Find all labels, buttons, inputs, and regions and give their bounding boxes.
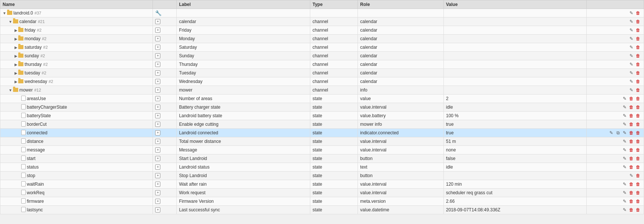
tree-toggle[interactable]: ▶ <box>15 54 17 58</box>
extra-action-button[interactable]: 🗑 <box>635 130 641 136</box>
delete-button[interactable]: 🗑 <box>628 164 634 170</box>
delete-button[interactable]: 🗑 <box>628 121 634 127</box>
extra-action-button[interactable]: 🗑 <box>635 147 641 153</box>
table-row[interactable]: ▼landroid.0#37🔧✎🗑 <box>0 9 644 17</box>
table-row[interactable]: distance+Total mower distancestatevalue.… <box>0 137 644 146</box>
table-row[interactable]: ▶sunday#2+Sundaychannelcalendar✎🗑 <box>0 52 644 60</box>
delete-button[interactable]: 🗑 <box>628 198 634 204</box>
delete-button[interactable]: 🗑 <box>635 19 641 25</box>
tree-toggle[interactable]: ▶ <box>15 63 17 67</box>
table-row[interactable]: start+Start Landroidstatebuttonfalse✎🗑🗑 <box>0 154 644 163</box>
table-row[interactable]: ▶tuesday#2+Tuesdaychannelcalendar✎🗑 <box>0 69 644 77</box>
delete-button[interactable]: 🗑 <box>628 207 634 213</box>
delete-button[interactable]: 🗑 <box>635 36 641 42</box>
extra-action-button[interactable]: 🗑 <box>635 164 641 170</box>
delete-button[interactable]: 🗑 <box>628 113 634 119</box>
edit-button[interactable]: ✎ <box>622 104 628 110</box>
delete-button[interactable]: 🗑 <box>635 53 641 59</box>
delete-button[interactable]: 🗑 <box>628 147 634 153</box>
edit-button[interactable]: ✎ <box>622 138 628 144</box>
tree-toggle[interactable]: ▼ <box>9 20 12 24</box>
edit-button[interactable]: ✎ <box>622 164 628 170</box>
delete-button[interactable]: 🗑 <box>628 130 634 136</box>
delete-button[interactable]: 🗑 <box>635 61 641 67</box>
table-row[interactable]: lastsync+Last successful syncstatevalue.… <box>0 206 644 214</box>
table-row[interactable]: ▼mower#12+mowerchannelinfo✎🗑 <box>0 86 644 95</box>
table-row[interactable]: areasUse+Number of areasstatevalue2✎🗑🗑 <box>0 95 644 103</box>
table-row[interactable]: ▼calendar#21+calendarchannelcalendar✎🗑 <box>0 17 644 26</box>
table-row[interactable]: batteryState+Landroid battery statestate… <box>0 112 644 120</box>
extra-action-button[interactable]: 🗑 <box>635 207 641 213</box>
table-row[interactable]: batteryChargerState+Battery charger stat… <box>0 103 644 112</box>
tree-toggle[interactable]: ▶ <box>15 80 17 84</box>
table-row[interactable]: ▶saturday#2+Saturdaychannelcalendar✎🗑 <box>0 43 644 52</box>
table-row[interactable]: ▶monday#2+Mondaychannelcalendar✎🗑 <box>0 35 644 43</box>
edit-button[interactable]: ✎ <box>622 130 628 136</box>
edit-button[interactable]: ✎ <box>622 96 628 102</box>
edit-button[interactable]: ✎ <box>628 27 634 33</box>
id-cell: + <box>153 120 177 129</box>
delete-button[interactable]: 🗑 <box>635 87 641 93</box>
edit-button[interactable]: ✎ <box>622 156 628 161</box>
table-row[interactable]: workReq+Work requeststatevalue.intervals… <box>0 189 644 197</box>
delete-button[interactable]: 🗑 <box>628 181 634 187</box>
extra-action-button[interactable]: 🗑 <box>635 156 641 161</box>
tree-toggle[interactable]: ▶ <box>15 28 17 32</box>
delete-button[interactable]: 🗑 <box>635 70 641 76</box>
copy-button[interactable]: ⧉ <box>615 130 621 136</box>
extra-action-button[interactable]: 🗑 <box>635 181 641 187</box>
table-row[interactable]: connected+Landroid connectedstateindicat… <box>0 129 644 137</box>
tree-toggle[interactable]: ▶ <box>15 37 17 41</box>
edit-button[interactable]: ✎ <box>628 36 634 42</box>
delete-button[interactable]: 🗑 <box>628 156 634 161</box>
type-cell: state <box>310 172 358 180</box>
edit-button[interactable]: ✎ <box>622 147 628 153</box>
edit-button[interactable]: ✎ <box>622 121 628 127</box>
table-row[interactable]: ▶friday#2+Fridaychannelcalendar✎🗑 <box>0 26 644 35</box>
extra-action-button[interactable]: 🗑 <box>635 121 641 127</box>
extra-action-button[interactable]: 🗑 <box>635 113 641 119</box>
edit-button[interactable]: ✎ <box>628 19 634 25</box>
edit-button[interactable]: ✎ <box>628 79 634 84</box>
table-row[interactable]: status+Landroid statusstatetextidle✎🗑🗑 <box>0 163 644 172</box>
delete-button[interactable]: 🗑 <box>635 44 641 50</box>
extra-action-button[interactable]: 🗑 <box>635 198 641 204</box>
extra-action-button[interactable]: 🗑 <box>635 190 641 196</box>
tree-toggle[interactable]: ▶ <box>15 71 17 75</box>
table-row[interactable]: ▶wednesday#2+Wednesdaychannelcalendar✎🗑 <box>0 77 644 86</box>
table-row[interactable]: ▶thursday#2+Thursdaychannelcalendar✎🗑 <box>0 60 644 69</box>
delete-button[interactable]: 🗑 <box>635 27 641 33</box>
edit-button[interactable]: ✎ <box>622 113 628 119</box>
delete-button[interactable]: 🗑 <box>628 96 634 102</box>
delete-button[interactable]: 🗑 <box>635 173 641 179</box>
table-row[interactable]: waitRain+Wait after rainstatevalue.inter… <box>0 180 644 189</box>
edit-button[interactable]: ✎ <box>628 61 634 67</box>
extra-action-button[interactable]: 🗑 <box>635 138 641 144</box>
edit-button[interactable]: ✎ <box>622 198 628 204</box>
extra-action-button[interactable]: 🗑 <box>635 104 641 110</box>
tree-toggle[interactable]: ▶ <box>15 45 17 49</box>
table-row[interactable]: message+Messagestatevalue.intervalnone✎🗑… <box>0 146 644 154</box>
edit-button[interactable]: ✎ <box>628 53 634 59</box>
delete-button[interactable]: 🗑 <box>628 190 634 196</box>
table-row[interactable]: borderCut+Enable edge cuttingstatemower … <box>0 120 644 129</box>
delete-button[interactable]: 🗑 <box>628 104 634 110</box>
edit-button[interactable]: ✎ <box>628 10 634 16</box>
edit-button[interactable]: ✎ <box>628 87 634 93</box>
edit-button[interactable]: ✎ <box>608 130 614 136</box>
edit-button[interactable]: ✎ <box>628 70 634 76</box>
edit-button[interactable]: ✎ <box>622 207 628 213</box>
tree-toggle[interactable]: ▼ <box>9 88 12 92</box>
edit-button[interactable]: ✎ <box>622 181 628 187</box>
actions-cell: ✎🗑🗑 <box>587 163 644 172</box>
table-row[interactable]: firmware+Firmware Versionstatemeta.versi… <box>0 197 644 206</box>
delete-button[interactable]: 🗑 <box>635 10 641 16</box>
extra-action-button[interactable]: 🗑 <box>635 96 641 102</box>
delete-button[interactable]: 🗑 <box>635 79 641 84</box>
table-row[interactable]: stop+Stop Landroidstatebutton✎🗑 <box>0 172 644 180</box>
edit-button[interactable]: ✎ <box>622 190 628 196</box>
edit-button[interactable]: ✎ <box>628 173 634 179</box>
edit-button[interactable]: ✎ <box>628 44 634 50</box>
delete-button[interactable]: 🗑 <box>628 138 634 144</box>
tree-toggle[interactable]: ▼ <box>3 11 6 15</box>
